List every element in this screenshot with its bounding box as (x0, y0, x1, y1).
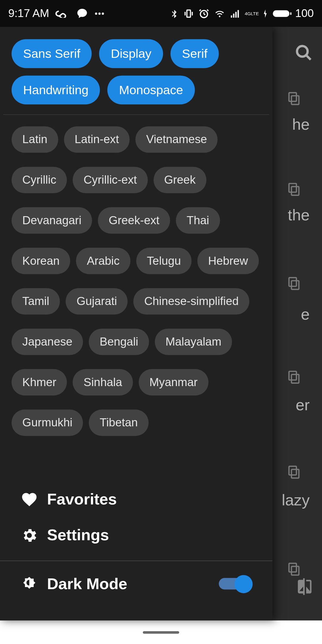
category-chip[interactable]: Monospace (108, 75, 195, 104)
script-chip[interactable]: Arabic (76, 248, 130, 274)
script-chip[interactable]: Tibetan (89, 410, 148, 436)
settings-menu-item[interactable]: Settings (21, 517, 256, 553)
more-icon (94, 8, 105, 19)
svg-rect-13 (289, 563, 296, 572)
svg-rect-3 (289, 93, 296, 101)
dark-mode-toggle[interactable] (219, 576, 252, 592)
script-chip[interactable]: Tamil (12, 288, 60, 315)
script-chip[interactable]: Khmer (12, 369, 67, 396)
status-time: 9:17 AM (8, 7, 49, 20)
script-chip[interactable]: Telugu (136, 248, 191, 274)
alarm-icon (199, 8, 209, 19)
svg-rect-8 (292, 374, 299, 383)
wifi-icon (213, 8, 226, 19)
font-categories: Sans Serif Display Serif Handwriting Mon… (0, 27, 273, 107)
status-right: 4G LTE 100 (170, 7, 314, 20)
sample-text-fragment: the (288, 206, 309, 224)
favorites-label: Favorites (47, 490, 117, 508)
script-chip[interactable]: Hebrew (197, 248, 259, 274)
script-chip[interactable]: Japanese (12, 329, 83, 355)
vibrate-icon (183, 8, 194, 19)
script-chip[interactable]: Myanmar (139, 369, 208, 396)
svg-point-14 (95, 12, 97, 14)
script-chip[interactable]: Sinhala (73, 369, 133, 396)
svg-rect-30 (290, 12, 291, 15)
font-scripts: Latin Latin-ext Vietnamese Cyrillic Cyri… (0, 122, 273, 448)
svg-line-1 (306, 55, 311, 60)
script-chip[interactable]: Gujarati (66, 288, 128, 315)
script-chip[interactable]: Cyrillic-ext (73, 167, 148, 193)
script-chip[interactable]: Vietnamese (135, 126, 218, 153)
charging-icon (263, 8, 268, 19)
network-type: 4G LTE (245, 8, 259, 19)
compare-icon[interactable] (295, 578, 314, 596)
copy-icon[interactable] (287, 465, 301, 479)
system-nav-bar (0, 620, 322, 644)
script-chip[interactable]: Latin (12, 126, 58, 153)
svg-rect-26 (233, 13, 235, 18)
svg-rect-9 (289, 371, 296, 380)
script-chip[interactable]: Gurmukhi (12, 410, 83, 436)
chat-icon (76, 8, 88, 19)
sample-text-fragment: he (292, 116, 310, 134)
script-chip[interactable]: Thai (176, 207, 220, 234)
category-chip[interactable]: Serif (171, 39, 219, 68)
status-left: 9:17 AM (8, 7, 105, 20)
svg-line-24 (207, 10, 208, 11)
script-chip[interactable]: Bengali (89, 329, 149, 355)
status-bar: 9:17 AM 4G LTE (0, 0, 322, 27)
svg-rect-2 (292, 96, 299, 104)
navigation-drawer: Sans Serif Display Serif Handwriting Mon… (0, 27, 273, 620)
category-chip[interactable]: Sans Serif (12, 39, 92, 68)
svg-rect-25 (231, 15, 232, 17)
divider (0, 561, 273, 561)
battery-percentage: 100 (295, 7, 314, 20)
script-chip[interactable]: Greek-ext (98, 207, 170, 234)
svg-line-22 (204, 14, 205, 15)
nav-home-pill[interactable] (143, 631, 179, 633)
svg-rect-27 (235, 12, 237, 17)
bluetooth-icon (170, 8, 179, 19)
svg-rect-12 (292, 566, 299, 575)
script-chip[interactable]: Korean (12, 248, 70, 274)
script-chip[interactable]: Malayalam (155, 329, 232, 355)
sample-text-fragment: er (296, 396, 310, 414)
sample-text-fragment: e (301, 306, 309, 323)
signal-icon (230, 8, 241, 19)
drawer-menu: Favorites Settings (0, 448, 273, 558)
dark-mode-label: Dark Mode (47, 575, 127, 593)
script-chip[interactable]: Latin-ext (64, 126, 130, 153)
svg-rect-29 (273, 10, 289, 17)
script-chip[interactable]: Cyrillic (12, 167, 67, 193)
copy-icon[interactable] (287, 91, 301, 106)
svg-point-15 (98, 12, 100, 14)
svg-rect-28 (238, 10, 239, 18)
category-chip[interactable]: Display (99, 39, 163, 68)
category-chip[interactable]: Handwriting (12, 75, 100, 104)
svg-rect-17 (187, 10, 191, 17)
settings-label: Settings (47, 526, 109, 544)
copy-icon[interactable] (287, 182, 301, 196)
svg-rect-11 (289, 466, 296, 475)
svg-rect-6 (292, 281, 299, 290)
copy-icon[interactable] (287, 276, 301, 291)
copy-icon[interactable] (287, 369, 301, 384)
copy-icon[interactable] (287, 561, 301, 576)
script-chip[interactable]: Chinese-simplified (134, 288, 250, 315)
svg-rect-7 (289, 278, 296, 286)
divider (3, 114, 269, 115)
svg-rect-4 (292, 187, 299, 195)
script-chip[interactable]: Greek (153, 167, 206, 193)
gear-icon (21, 527, 38, 544)
brightness-icon (21, 575, 38, 592)
sample-text-fragment: lazy (282, 491, 310, 509)
script-chip[interactable]: Devanagari (12, 207, 92, 234)
svg-point-0 (297, 46, 308, 57)
favorites-menu-item[interactable]: Favorites (21, 481, 256, 517)
heart-icon (21, 491, 38, 508)
svg-point-16 (102, 12, 104, 14)
svg-line-23 (199, 10, 201, 11)
infinity-icon (55, 9, 71, 18)
dark-mode-row: Dark Mode (0, 564, 273, 604)
search-icon[interactable] (295, 44, 313, 62)
